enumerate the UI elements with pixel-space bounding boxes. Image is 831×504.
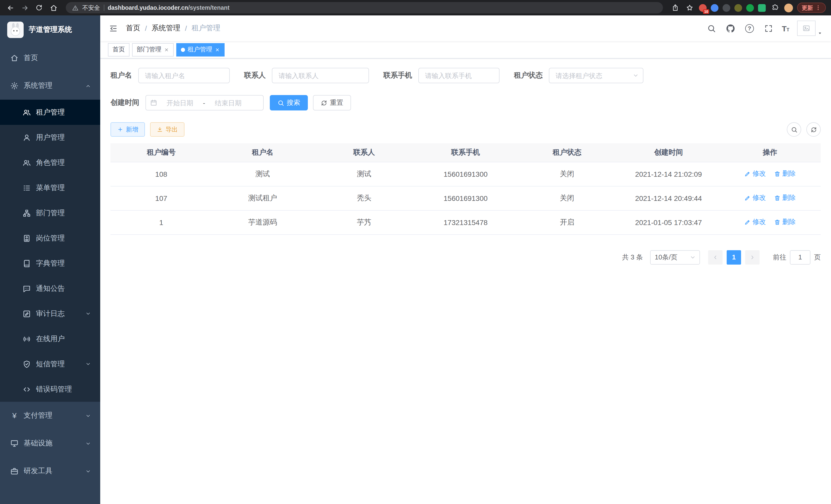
- help-icon[interactable]: ?: [744, 23, 755, 34]
- column-header: 联系人: [314, 143, 415, 162]
- delete-button[interactable]: 删除: [774, 194, 796, 203]
- search-icon: [791, 126, 797, 133]
- contact-field: [272, 68, 369, 83]
- cell-tenant-id: 1: [111, 210, 212, 234]
- cell-actions: 修改删除: [719, 162, 821, 186]
- status-select-input[interactable]: [549, 72, 643, 79]
- gear-icon: [10, 82, 19, 90]
- sidebar-item-dict-management[interactable]: 字典管理: [0, 251, 100, 276]
- search-button[interactable]: 搜索: [270, 95, 308, 111]
- date-start-input[interactable]: [159, 99, 200, 107]
- table-row: 1 芋道源码 芋艿 17321315478 开启 2021-01-05 17:0…: [111, 210, 821, 234]
- right-toolbar: [787, 122, 821, 137]
- extension-icon-6[interactable]: [758, 4, 766, 11]
- user-icon: [23, 133, 31, 142]
- next-page-button[interactable]: [745, 250, 760, 264]
- date-end-input[interactable]: [208, 99, 249, 107]
- delete-button[interactable]: 删除: [774, 217, 796, 227]
- address-bar[interactable]: 不安全 dashboard.yudao.iocoder.cn/system/te…: [66, 2, 663, 13]
- tenant-table: 租户编号 租户名 联系人 联系手机 租户状态 创建时间 操作 108 测试: [111, 143, 821, 235]
- contact-input[interactable]: [273, 72, 369, 79]
- tab-dept-management[interactable]: 部门管理: [132, 43, 174, 56]
- sidebar-item-notice[interactable]: 通知公告: [0, 276, 100, 301]
- status-select[interactable]: [549, 68, 643, 83]
- sidebar-item-tenant-management[interactable]: 租户管理: [0, 100, 100, 125]
- sidebar-item-error-code-management[interactable]: 错误码管理: [0, 377, 100, 402]
- extensions-puzzle-icon[interactable]: [770, 3, 780, 13]
- update-button[interactable]: 更新: [797, 3, 826, 13]
- user-avatar-menu[interactable]: [797, 21, 823, 36]
- font-size-icon[interactable]: TT: [782, 24, 790, 32]
- not-secure-warning-icon: [72, 4, 79, 11]
- sidebar-item-role-management[interactable]: 角色管理: [0, 150, 100, 175]
- sidebar-item-infrastructure[interactable]: 基础设施: [0, 429, 100, 457]
- menu-label: 首页: [24, 53, 38, 63]
- page-size-select[interactable]: 10条/页: [650, 250, 700, 264]
- tab-home[interactable]: 首页: [108, 43, 130, 56]
- date-range-picker[interactable]: -: [145, 95, 264, 111]
- browser-reload-icon[interactable]: [34, 3, 44, 13]
- cell-tenant-name: 测试: [212, 162, 314, 186]
- tab-tenant-management[interactable]: 租户管理: [176, 43, 225, 56]
- sidebar-item-home[interactable]: 首页: [0, 44, 100, 72]
- refresh-table-button[interactable]: [806, 122, 821, 137]
- sidebar-menu: 首页 系统管理 租户管理 用户管理: [0, 44, 100, 504]
- close-icon[interactable]: [215, 47, 220, 52]
- breadcrumb-system[interactable]: 系统管理: [152, 24, 180, 33]
- export-button[interactable]: 导出: [150, 122, 184, 137]
- extension-icon-5[interactable]: [746, 4, 754, 11]
- sidebar-item-online-users[interactable]: 在线用户: [0, 326, 100, 351]
- menu-label: 短信管理: [36, 359, 65, 368]
- search-icon: [278, 99, 284, 106]
- breadcrumb-home[interactable]: 首页: [126, 24, 140, 33]
- browser-forward-icon[interactable]: [20, 3, 30, 13]
- toggle-search-button[interactable]: [787, 122, 801, 137]
- column-header: 创建时间: [618, 143, 719, 162]
- fullscreen-icon[interactable]: [763, 23, 774, 34]
- bookmark-star-icon[interactable]: [685, 3, 695, 13]
- trash-icon: [774, 219, 781, 226]
- profile-avatar[interactable]: [784, 3, 793, 12]
- sidebar-toggle[interactable]: [100, 16, 126, 41]
- sidebar-item-user-management[interactable]: 用户管理: [0, 125, 100, 150]
- prev-page-button[interactable]: [708, 250, 722, 264]
- sidebar-item-post-management[interactable]: 岗位管理: [0, 226, 100, 251]
- extension-icon-1[interactable]: 10: [699, 4, 707, 11]
- search-icon[interactable]: [706, 23, 717, 34]
- goto-page-input[interactable]: [790, 250, 810, 264]
- chevron-down-icon: [85, 441, 91, 446]
- extension-icon-4[interactable]: [735, 4, 742, 11]
- edit-button[interactable]: 修改: [744, 217, 766, 227]
- extension-icon-3[interactable]: [722, 4, 730, 11]
- column-header: 租户名: [212, 143, 314, 162]
- sidebar-item-payment-management[interactable]: ¥ 支付管理: [0, 402, 100, 429]
- sidebar-item-system-management[interactable]: 系统管理: [0, 72, 100, 100]
- page-number-1[interactable]: 1: [727, 250, 741, 264]
- sidebar-item-dept-management[interactable]: 部门管理: [0, 200, 100, 226]
- share-icon[interactable]: [670, 3, 681, 13]
- edit-button[interactable]: 修改: [744, 169, 766, 179]
- github-icon[interactable]: [725, 23, 736, 34]
- tenant-name-input[interactable]: [139, 72, 229, 79]
- sidebar-item-audit-log[interactable]: 审计日志: [0, 301, 100, 326]
- extension-icon-2[interactable]: [711, 4, 718, 11]
- app-logo[interactable]: 芋道管理系统: [0, 16, 100, 44]
- add-button[interactable]: 新增: [111, 122, 145, 137]
- edit-button[interactable]: 修改: [744, 194, 766, 203]
- search-form-row-1: 租户名 联系人 联系手机: [111, 68, 821, 83]
- reset-button[interactable]: 重置: [313, 95, 351, 111]
- search-form-row-2: 创建时间 - 搜索 重置: [111, 95, 821, 111]
- users-icon: [23, 158, 31, 167]
- cell-created: 2021-12-14 20:49:44: [618, 186, 719, 210]
- cell-tenant-id: 107: [111, 186, 212, 210]
- sidebar-item-menu-management[interactable]: 菜单管理: [0, 175, 100, 200]
- sidebar-item-sms-management[interactable]: 短信管理: [0, 351, 100, 377]
- divider: [104, 5, 104, 11]
- browser-back-icon[interactable]: [5, 3, 16, 13]
- audit-log-icon: [23, 309, 31, 318]
- browser-home-icon[interactable]: [48, 3, 59, 13]
- close-icon[interactable]: [164, 47, 169, 52]
- delete-button[interactable]: 删除: [774, 169, 796, 179]
- mobile-input[interactable]: [419, 72, 499, 79]
- sidebar-item-dev-tools[interactable]: 研发工具: [0, 457, 100, 485]
